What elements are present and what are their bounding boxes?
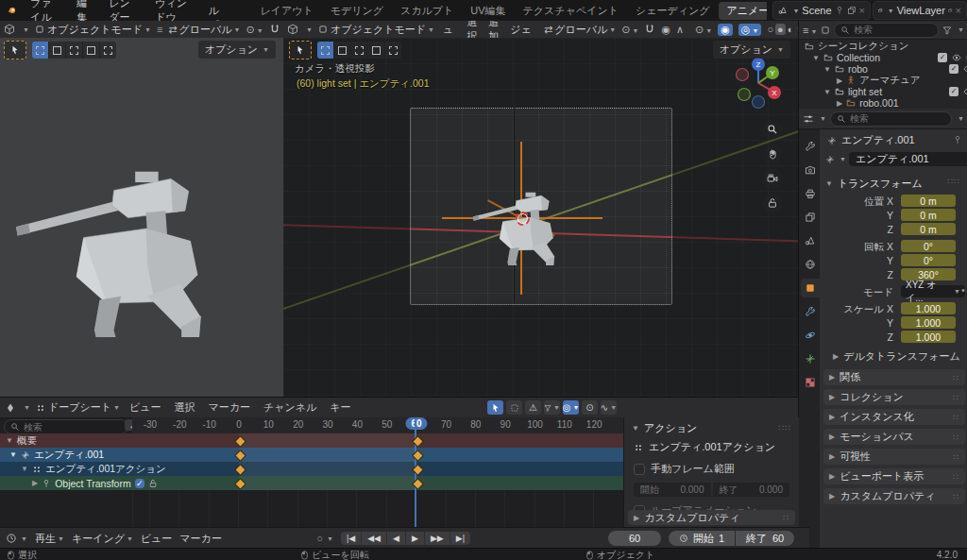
frame-end-field[interactable]: 終了60 <box>736 531 794 546</box>
mode-selector[interactable]: オブジェクトモード▼ <box>35 23 151 37</box>
menu-view[interactable]: ビュー <box>440 21 458 39</box>
dope-mode-selector[interactable]: ドープシート▼ <box>36 400 120 415</box>
eye-icon[interactable] <box>963 64 967 74</box>
rotation-mode-dropdown[interactable]: XYZ オイ...▼ <box>901 285 965 297</box>
ruler-tick[interactable]: 30 <box>322 419 332 430</box>
ruler-tick[interactable]: 20 <box>293 419 303 430</box>
loc-z-field[interactable]: 0 m <box>901 223 956 235</box>
outliner-row-light-set[interactable]: ▼ light set ✓ <box>799 86 967 97</box>
interpolation-icon[interactable]: ∿▼ <box>601 400 617 415</box>
robot-model-preview[interactable] <box>14 106 246 337</box>
tab-scene[interactable] <box>801 231 820 250</box>
tweak-tool-button[interactable] <box>4 41 26 59</box>
left-viewport[interactable]: オプション▼ <box>0 38 284 397</box>
ruler-current-frame[interactable]: 60 <box>406 417 428 430</box>
panel-grip-icon[interactable]: ∷∷ <box>779 423 791 433</box>
display-mode-icon[interactable] <box>821 25 830 35</box>
playhead[interactable] <box>415 417 416 528</box>
section-collections[interactable]: ▶コレクション∷ <box>823 389 965 405</box>
select-invert-button[interactable] <box>368 42 385 59</box>
loc-x-field[interactable]: 0 m <box>901 195 956 207</box>
transform-panel-header[interactable]: ▼ トランスフォーム <box>825 177 923 191</box>
menu-keying[interactable]: キーイング▼ <box>72 532 133 546</box>
shading-wireframe-icon[interactable]: ○ <box>767 24 773 35</box>
section-instancing[interactable]: ▶インスタンス化∷ <box>823 409 965 425</box>
proportional-edit-icon[interactable]: ◎▼ <box>563 400 579 415</box>
outliner-row-scene-collection[interactable]: シーンコレクション <box>799 41 967 52</box>
lock-view-icon[interactable] <box>762 193 783 213</box>
play-reverse-button[interactable]: ◀ <box>387 532 406 545</box>
section-motion-paths[interactable]: ▶モーションパス∷ <box>823 429 965 445</box>
panel-grip-icon[interactable]: ∷∷ <box>948 177 960 186</box>
chevron-down-icon[interactable]: ▼ <box>812 54 820 62</box>
menu-channel[interactable]: チャンネル <box>260 400 320 415</box>
ruler-tick[interactable]: 90 <box>500 419 511 430</box>
select-extend-button[interactable] <box>49 42 66 59</box>
next-keyframe-button[interactable]: ▶▶ <box>425 532 450 545</box>
editor-type-icon[interactable] <box>5 402 16 414</box>
tab-view-layer[interactable] <box>801 208 820 227</box>
menu-view[interactable]: ビュー <box>126 400 165 415</box>
ruler-tick[interactable]: 50 <box>382 419 392 430</box>
chevron-down-icon[interactable]: ▼ <box>840 156 846 162</box>
delta-transform-section[interactable]: ▶ デルタトランスフォーム <box>833 349 960 364</box>
custom-properties-panel[interactable]: ▶ カスタムプロパティ ∷ <box>628 510 795 525</box>
ruler-tick[interactable]: 70 <box>441 419 451 430</box>
errors-warning-icon[interactable]: ⚠ <box>525 400 541 415</box>
orientation-selector[interactable]: ⇄グローバル▼ <box>544 23 616 37</box>
ghost-frames-icon[interactable] <box>506 400 522 415</box>
outliner-search[interactable] <box>834 23 939 38</box>
ruler-tick[interactable]: 0 <box>236 419 242 430</box>
rot-y-field[interactable]: 0° <box>901 254 956 266</box>
tab-physics[interactable] <box>801 326 820 345</box>
snap-icon[interactable]: ⊙ <box>582 400 598 415</box>
frame-start-field[interactable]: 開始1 <box>669 531 735 546</box>
outliner-row-collection[interactable]: ▼ Collection ✓ <box>799 52 967 63</box>
outliner-row-armature[interactable]: ▶ アーマチュア ▼ <box>799 75 967 86</box>
frame-ruler[interactable]: -30-20-100102030405060708090100110120 <box>132 417 623 434</box>
ruler-tick[interactable]: -10 <box>202 419 215 430</box>
chevron-down-icon[interactable]: ▼ <box>823 65 831 74</box>
pin-icon[interactable] <box>835 6 844 15</box>
chevron-right-icon[interactable]: ▶ <box>837 76 842 85</box>
ruler-tick[interactable]: 10 <box>263 419 274 430</box>
workspace-tab-animation[interactable]: アニメーション <box>719 2 767 20</box>
tab-constraints[interactable] <box>801 302 820 321</box>
scale-z-field[interactable]: 1.000 <box>901 331 956 343</box>
menu-view[interactable]: ビュー <box>141 532 173 546</box>
tab-object[interactable] <box>801 279 820 297</box>
tab-world[interactable] <box>801 255 820 274</box>
mode-selector[interactable]: オブジェクトモード▼ <box>318 23 434 37</box>
workspace-tab-shading[interactable]: シェーディング <box>628 2 718 20</box>
jump-to-end-button[interactable]: ▶| <box>450 532 470 545</box>
action-panel-header[interactable]: ▼ アクション ∷∷ <box>624 419 799 436</box>
outliner-search-input[interactable] <box>854 25 932 35</box>
select-box-button[interactable] <box>32 42 49 59</box>
manual-range-checkbox[interactable] <box>634 464 645 475</box>
workspace-tab-layout[interactable]: レイアウト <box>252 2 320 20</box>
section-viewport-display[interactable]: ▶ビューポート表示∷ <box>823 468 965 484</box>
main-viewport[interactable]: カメラ・透視投影 (60) light set | エンプティ.001 Z Y … <box>283 38 798 397</box>
chevron-right-icon[interactable]: ▶ <box>837 99 842 108</box>
tab-texture[interactable] <box>801 373 820 392</box>
eye-icon[interactable] <box>963 87 967 96</box>
play-button[interactable]: ▶ <box>406 532 425 545</box>
filter-icon[interactable] <box>942 25 952 35</box>
scale-y-field[interactable]: 1.000 <box>901 316 956 329</box>
editor-type-icon[interactable] <box>4 24 15 35</box>
orientation-selector[interactable]: ⇄グローバル▼ <box>168 23 240 37</box>
object-name-field[interactable]: エンプティ.001 <box>849 152 967 166</box>
channel-search-input[interactable] <box>24 422 122 433</box>
menu-select[interactable]: 選択 <box>464 21 480 39</box>
select-invert-button[interactable] <box>83 42 100 59</box>
snap-target-icon[interactable]: ⊙▼ <box>621 24 638 36</box>
editor-type-icon[interactable]: ≡▼ <box>803 25 817 36</box>
range-end-field[interactable]: 終了0.000 <box>713 483 790 497</box>
channel-enable-checkbox[interactable]: ✓ <box>135 479 144 488</box>
magnet-icon[interactable] <box>269 24 280 35</box>
section-relations[interactable]: ▶関係∷ <box>823 369 965 385</box>
chevron-down-icon[interactable]: ▼ <box>823 88 831 96</box>
manual-range-row[interactable]: 手動フレーム範囲 <box>624 454 799 476</box>
ruler-tick[interactable]: 120 <box>586 419 602 430</box>
outliner-row-robo-001[interactable]: ▶ robo.001 ▼ <box>799 97 967 109</box>
